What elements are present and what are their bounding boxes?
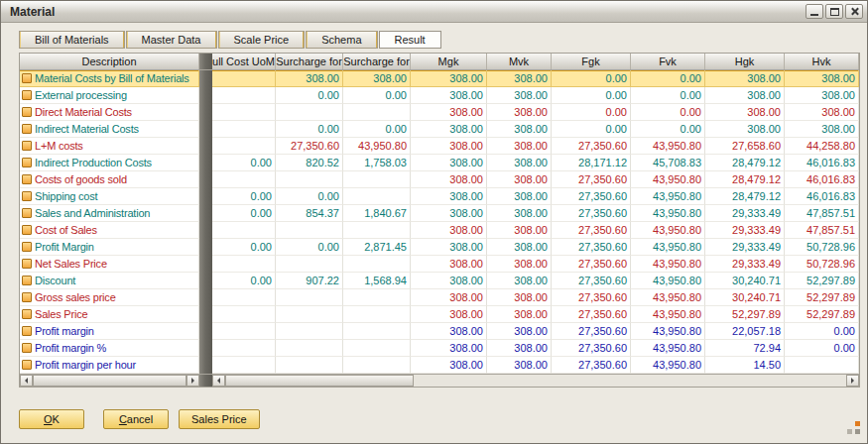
value-cell[interactable]: [343, 289, 411, 306]
value-cell[interactable]: 43,950.80: [631, 239, 705, 256]
value-cell[interactable]: 27,658.60: [705, 138, 785, 155]
value-cell[interactable]: [212, 340, 276, 357]
pane-splitter[interactable]: [199, 54, 212, 69]
value-cell[interactable]: 47,857.51: [785, 222, 859, 239]
value-cell[interactable]: 14.50: [705, 357, 785, 374]
value-cell[interactable]: 52,297.89: [705, 306, 785, 323]
description-cell[interactable]: L+M costs: [20, 138, 199, 155]
pane-splitter[interactable]: [199, 323, 212, 340]
link-arrow-icon[interactable]: [22, 309, 32, 319]
pane-splitter[interactable]: [199, 306, 212, 323]
value-cell[interactable]: 308.00: [411, 306, 487, 323]
value-cell[interactable]: 2,871.45: [343, 239, 411, 256]
value-cell[interactable]: 308.00: [411, 340, 487, 357]
value-cell[interactable]: 27,350.60: [552, 323, 631, 340]
value-cell[interactable]: 308.00: [487, 239, 552, 256]
link-arrow-icon[interactable]: [22, 208, 32, 218]
link-arrow-icon[interactable]: [22, 343, 32, 353]
value-cell[interactable]: 52,297.89: [785, 289, 859, 306]
description-cell[interactable]: Shipping cost: [20, 188, 199, 205]
description-cell[interactable]: Direct Material Costs: [20, 104, 199, 121]
column-header-surcharge-for[interactable]: Surcharge for: [276, 54, 343, 69]
value-cell[interactable]: 27,350.60: [552, 188, 631, 205]
value-cell[interactable]: 28,479.12: [705, 171, 785, 188]
value-cell[interactable]: 27,350.60: [276, 138, 343, 155]
table-row[interactable]: Indirect Production Costs0.00820.521,758…: [20, 155, 859, 171]
pane-splitter[interactable]: [199, 205, 212, 222]
value-cell[interactable]: 43,950.80: [631, 188, 705, 205]
value-cell[interactable]: 27,350.60: [552, 239, 631, 256]
link-arrow-icon[interactable]: [22, 174, 32, 184]
value-cell[interactable]: [212, 171, 276, 188]
value-cell[interactable]: 43,950.80: [631, 306, 705, 323]
value-cell[interactable]: 27,350.60: [552, 340, 631, 357]
value-cell[interactable]: 43,950.80: [631, 357, 705, 374]
value-cell[interactable]: 308.00: [487, 171, 552, 188]
cancel-button[interactable]: Cancel: [103, 409, 169, 429]
value-cell[interactable]: 0.00: [631, 104, 705, 121]
value-cell[interactable]: 308.00: [343, 70, 411, 87]
value-cell[interactable]: [212, 357, 276, 374]
value-cell[interactable]: [343, 188, 411, 205]
value-cell[interactable]: [276, 306, 343, 323]
value-cell[interactable]: 308.00: [785, 87, 859, 104]
table-row[interactable]: Profit margin %308.00308.0027,350.6043,9…: [20, 340, 859, 357]
value-cell[interactable]: [343, 104, 411, 121]
link-arrow-icon[interactable]: [22, 242, 32, 252]
value-cell[interactable]: [276, 256, 343, 273]
value-cell[interactable]: [343, 306, 411, 323]
value-cell[interactable]: [276, 323, 343, 340]
description-cell[interactable]: Profit Margin: [20, 239, 199, 256]
value-cell[interactable]: 308.00: [411, 70, 487, 87]
value-cell[interactable]: 30,240.71: [705, 273, 785, 289]
scroll-left-button[interactable]: [20, 375, 33, 387]
value-cell[interactable]: 28,171.12: [552, 155, 631, 171]
value-cell[interactable]: 0.00: [631, 121, 705, 138]
value-cell[interactable]: 0.00: [552, 70, 631, 87]
value-cell[interactable]: 0.00: [785, 340, 859, 357]
value-cell[interactable]: 0.00: [785, 323, 859, 340]
value-cell[interactable]: 0.00: [552, 104, 631, 121]
value-cell[interactable]: 0.00: [276, 87, 343, 104]
value-cell[interactable]: 308.00: [487, 256, 552, 273]
value-cell[interactable]: 30,240.71: [705, 289, 785, 306]
value-cell[interactable]: 820.52: [276, 155, 343, 171]
description-cell[interactable]: Discount: [20, 273, 199, 289]
pane-splitter[interactable]: [199, 155, 212, 171]
description-hscrollbar[interactable]: [20, 375, 199, 387]
value-cell[interactable]: 43,950.80: [631, 340, 705, 357]
tab-result[interactable]: Result: [379, 31, 441, 49]
description-cell[interactable]: Profit margin %: [20, 340, 199, 357]
column-header-surcharge-for[interactable]: Surcharge for: [343, 54, 411, 69]
value-cell[interactable]: [212, 138, 276, 155]
pane-splitter[interactable]: [199, 104, 212, 121]
pane-splitter[interactable]: [199, 273, 212, 289]
table-row[interactable]: Indirect Material Costs0.000.00308.00308…: [20, 121, 859, 138]
description-cell[interactable]: Cost of Sales: [20, 222, 199, 239]
value-cell[interactable]: [276, 171, 343, 188]
value-cell[interactable]: 308.00: [411, 222, 487, 239]
value-cell[interactable]: 1,758.03: [343, 155, 411, 171]
value-cell[interactable]: 0.00: [212, 155, 276, 171]
value-cell[interactable]: 308.00: [487, 289, 552, 306]
value-cell[interactable]: 46,016.83: [785, 155, 859, 171]
column-header-hvk[interactable]: Hvk: [785, 54, 859, 69]
value-cell[interactable]: 29,333.49: [705, 256, 785, 273]
value-cell[interactable]: 43,950.80: [631, 171, 705, 188]
table-row[interactable]: L+M costs27,350.6043,950.80308.00308.002…: [20, 138, 859, 155]
value-cell[interactable]: 43,950.80: [631, 323, 705, 340]
value-cell[interactable]: 308.00: [411, 289, 487, 306]
table-row[interactable]: Discount0.00907.221,568.94308.00308.0027…: [20, 273, 859, 289]
table-row[interactable]: Profit Margin0.000.002,871.45308.00308.0…: [20, 239, 859, 256]
ok-button[interactable]: OK: [19, 409, 84, 429]
value-cell[interactable]: 308.00: [487, 155, 552, 171]
link-arrow-icon[interactable]: [22, 292, 32, 302]
table-row[interactable]: External processing0.000.00308.00308.000…: [20, 87, 859, 104]
value-cell[interactable]: 0.00: [212, 205, 276, 222]
value-cell[interactable]: 46,016.83: [785, 171, 859, 188]
value-cell[interactable]: 308.00: [411, 273, 487, 289]
value-cell[interactable]: 308.00: [487, 205, 552, 222]
values-hscrollbar[interactable]: [212, 375, 859, 387]
value-cell[interactable]: 308.00: [487, 138, 552, 155]
value-cell[interactable]: [276, 357, 343, 374]
